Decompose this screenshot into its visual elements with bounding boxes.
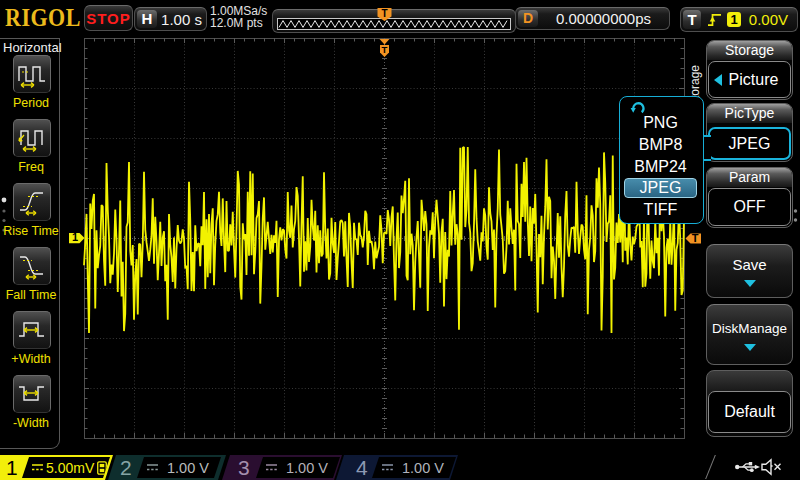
- period-icon: [17, 60, 47, 88]
- rise-time-icon-shape: [26, 211, 36, 215]
- channel2-dc-coupling-icon: [146, 462, 159, 473]
- pictype-popup: PNG BMP8 BMP24 JPEG TIFF: [619, 96, 704, 224]
- fall-time-icon-shape: [20, 257, 43, 274]
- channel1-level-marker[interactable]: 1: [69, 231, 85, 243]
- popup-item-bmp24[interactable]: BMP24: [624, 157, 697, 177]
- rise-time-icon-shape: [20, 193, 43, 210]
- channel1-number: 1: [6, 456, 18, 479]
- save-button[interactable]: Save: [706, 244, 793, 298]
- plus-width-label: +Width: [0, 352, 62, 366]
- minus-width-button[interactable]: [13, 375, 51, 413]
- rise-time-label: Rise Time: [0, 224, 62, 238]
- statusbar-divider: [703, 455, 717, 479]
- freq-icon: [17, 124, 47, 152]
- pictype-menu-header: PicType: [707, 104, 792, 123]
- plus-width-icon: [17, 316, 47, 344]
- plus-width-icon-shape: [24, 328, 38, 333]
- speaker-muted-icon-shape: [762, 460, 771, 474]
- popup-item-png[interactable]: PNG: [624, 113, 697, 133]
- minus-width-icon: [17, 380, 47, 408]
- picture-button[interactable]: Picture: [708, 61, 791, 98]
- channel1-bandwidth-icon-shape: [100, 468, 105, 471]
- period-button[interactable]: [13, 55, 51, 93]
- channel1-scale: 5.00mV: [46, 460, 94, 476]
- rotate-knob-icon-shape: [633, 103, 643, 112]
- rise-time-icon: [17, 188, 47, 216]
- trigger-level-label: T: [692, 232, 699, 244]
- channel3-status[interactable]: 3 1.00 V: [222, 455, 342, 480]
- speaker-muted-icon-shape: [775, 464, 781, 470]
- channel4-number: 4: [356, 456, 368, 479]
- diskmanage-button[interactable]: DiskManage: [706, 304, 793, 365]
- submenu-left-arrow-icon: [714, 74, 722, 86]
- popup-item-jpeg[interactable]: JPEG: [624, 178, 697, 198]
- trigger-position-label: T: [382, 44, 388, 55]
- param-value-button[interactable]: OFF: [708, 188, 791, 226]
- popup-item-tiff[interactable]: TIFF: [624, 200, 697, 220]
- fall-time-button[interactable]: [13, 247, 51, 285]
- usb-icon-shape: [750, 468, 754, 472]
- memory-trigger-marker[interactable]: T: [378, 8, 392, 21]
- fall-time-label: Fall Time: [0, 288, 62, 302]
- channel1-bandwidth-icon-shape: [100, 463, 105, 466]
- speaker-muted-icon[interactable]: [760, 458, 782, 476]
- menu-scroll-dots-shape: [794, 218, 797, 221]
- default-button[interactable]: Default: [708, 391, 791, 433]
- diskmanage-button-label: DiskManage: [712, 321, 787, 336]
- menu-scroll-dots: [794, 209, 797, 221]
- fall-time-icon: [17, 252, 47, 280]
- period-icon-shape: [19, 67, 45, 81]
- channel2-status[interactable]: 2 1.00 V: [108, 455, 226, 480]
- usb-icon-shape: [749, 462, 752, 465]
- channel2-scale-box: 1.00 V: [137, 457, 221, 478]
- trigger-position-marker[interactable]: T: [380, 39, 390, 57]
- freq-label: Freq: [0, 160, 62, 174]
- channel1-marker-label: 1: [72, 231, 78, 243]
- channel2-scale: 1.00 V: [167, 460, 209, 476]
- param-value-label: OFF: [734, 198, 766, 216]
- period-label: Period: [0, 96, 62, 110]
- left-menu-title: Horizontal: [3, 40, 62, 55]
- statusbar-divider-line: [704, 455, 716, 479]
- channel2-number: 2: [120, 456, 132, 479]
- oscilloscope-screen: { "topbar": { "logo": "RIGOL", "run_stat…: [0, 0, 800, 480]
- picture-button-label: Picture: [729, 71, 779, 89]
- minus-width-icon-shape: [24, 391, 38, 396]
- channel4-scale-box: 1.00 V: [372, 457, 456, 478]
- plus-width-button[interactable]: [13, 311, 51, 349]
- channel3-scale: 1.00 V: [286, 460, 328, 476]
- pictype-value-button[interactable]: JPEG: [708, 127, 791, 160]
- default-button-label: Default: [724, 403, 775, 421]
- diskmanage-dropdown-icon: [744, 344, 756, 351]
- channel4-dc-coupling-icon: [381, 462, 394, 473]
- channel3-scale-box: 1.00 V: [256, 457, 340, 478]
- popup-item-bmp8[interactable]: BMP8: [624, 135, 697, 155]
- channel3-dc-coupling-icon: [265, 462, 278, 473]
- freq-icon-shape: [23, 147, 36, 152]
- channel1-bandwidth-icon: [97, 461, 107, 475]
- rise-time-button[interactable]: [13, 183, 51, 221]
- pictype-value-label: JPEG: [729, 135, 771, 153]
- usb-icon-shape: [735, 465, 739, 469]
- minus-width-label: -Width: [0, 416, 62, 430]
- fall-time-icon-shape: [26, 275, 36, 279]
- freq-button[interactable]: [13, 119, 51, 157]
- waveform-display: T T 1 T: [0, 0, 800, 480]
- channel1-status[interactable]: 1 5.00mV: [0, 455, 113, 480]
- usb-icon[interactable]: [734, 460, 760, 474]
- save-dropdown-icon: [744, 280, 756, 287]
- trigger-level-marker[interactable]: T: [686, 232, 702, 244]
- channel1-bandwidth-icon-shape: [98, 461, 107, 473]
- period-icon-shape: [21, 83, 34, 88]
- channel1-scale-box: 5.00mV: [22, 457, 110, 478]
- memory-trigger-label: T: [381, 8, 387, 19]
- save-button-label: Save: [732, 256, 766, 273]
- channel4-scale: 1.00 V: [402, 460, 444, 476]
- channel-status-bar: 1 5.00mV 2 1.00 V 3: [0, 455, 800, 480]
- channel3-number: 3: [238, 456, 250, 479]
- param-menu-header: Param: [707, 168, 792, 187]
- storage-menu-header: Storage: [707, 41, 792, 60]
- channel4-status[interactable]: 4 1.00 V: [336, 455, 458, 480]
- channel1-dc-coupling-icon: [31, 462, 44, 473]
- menu-scroll-dots-shape: [794, 209, 797, 212]
